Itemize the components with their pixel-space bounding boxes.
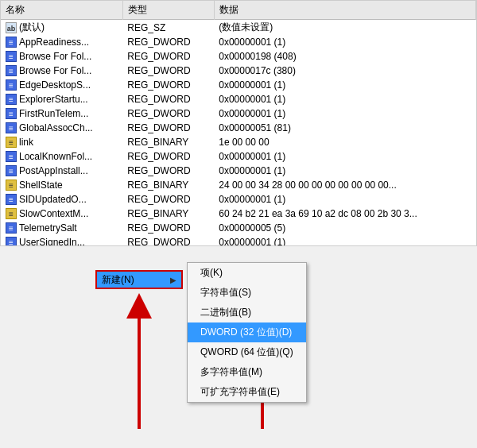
table-row[interactable]: ≡LocalKnownFol...REG_DWORD0x00000001 (1) — [1, 149, 476, 164]
row-name-cell: ≡ShellState — [1, 178, 122, 192]
new-menu-button[interactable]: 新建(N) ▶ — [95, 270, 183, 289]
row-type-cell: REG_DWORD — [122, 235, 214, 246]
row-icon: ≡ — [6, 194, 17, 205]
row-icon: ≡ — [6, 108, 17, 119]
row-name-cell: ≡EdgeDesktopS... — [1, 78, 122, 92]
row-name-cell: ≡SlowContextM... — [1, 207, 122, 221]
row-name-text: link — [19, 137, 33, 148]
table-row[interactable]: ≡UserSignedIn...REG_DWORD0x00000001 (1) — [1, 235, 476, 246]
row-data-cell: 1e 00 00 00 — [214, 135, 475, 149]
table-row[interactable]: ab(默认)REG_SZ(数值未设置) — [1, 20, 476, 36]
submenu-item[interactable]: 二进制值(B) — [188, 303, 306, 322]
submenu-item[interactable]: 项(K) — [188, 263, 306, 283]
row-type-cell: REG_DWORD — [122, 49, 214, 64]
col-header-data[interactable]: 数据 — [214, 1, 475, 20]
row-name-text: Browse For Fol... — [19, 51, 91, 62]
row-data-cell: 0x0000017c (380) — [214, 64, 475, 78]
row-data-cell: 60 24 b2 21 ea 3a 69 10 a2 dc 08 00 2b 3… — [214, 207, 475, 221]
row-icon: ab — [6, 22, 17, 33]
row-type-cell: REG_DWORD — [122, 92, 214, 106]
row-icon: ≡ — [6, 122, 17, 133]
submenu-item[interactable]: 字符串值(S) — [188, 283, 306, 303]
bottom-area: 新建(N) ▶ 项(K)字符串值(S)二进制值(B)DWORD (32 位值)(… — [0, 246, 477, 448]
row-name-cell: ≡Browse For Fol... — [1, 49, 122, 64]
row-name-text: LocalKnownFol... — [19, 151, 92, 162]
row-type-cell: REG_SZ — [122, 20, 214, 36]
registry-table-container: 名称 类型 数据 ab(默认)REG_SZ(数值未设置)≡AppReadines… — [0, 0, 477, 246]
table-body: ab(默认)REG_SZ(数值未设置)≡AppReadiness...REG_D… — [1, 20, 476, 247]
row-type-cell: REG_DWORD — [122, 106, 214, 121]
new-menu-label: 新建(N) — [102, 273, 134, 287]
row-name-text: PostAppInstall... — [19, 165, 88, 176]
row-icon: ≡ — [6, 208, 17, 219]
col-header-type[interactable]: 类型 — [122, 1, 214, 20]
row-name-cell: ≡PostAppInstall... — [1, 164, 122, 178]
row-name-text: UserSignedIn... — [19, 237, 85, 246]
row-name-text: ExplorerStartu... — [19, 94, 88, 105]
row-name-cell: ≡AppReadiness... — [1, 35, 122, 49]
row-type-cell: REG_BINARY — [122, 178, 214, 192]
row-icon: ≡ — [6, 165, 17, 176]
row-data-cell: (数值未设置) — [214, 20, 475, 36]
submenu-item[interactable]: DWORD (32 位值)(D) — [188, 322, 306, 342]
row-name-cell: ≡GlobalAssocCh... — [1, 121, 122, 135]
row-icon: ≡ — [6, 37, 17, 48]
table-row[interactable]: ≡ShellStateREG_BINARY24 00 00 34 28 00 0… — [1, 178, 476, 192]
table-row[interactable]: ≡FirstRunTelem...REG_DWORD0x00000001 (1) — [1, 106, 476, 121]
row-type-cell: REG_DWORD — [122, 78, 214, 92]
col-header-name[interactable]: 名称 — [1, 1, 122, 20]
row-type-cell: REG_DWORD — [122, 35, 214, 49]
table-row[interactable]: ≡AppReadiness...REG_DWORD0x00000001 (1) — [1, 35, 476, 49]
table-row[interactable]: ≡SlowContextM...REG_BINARY60 24 b2 21 ea… — [1, 207, 476, 221]
row-name-text: EdgeDesktopS... — [19, 79, 91, 91]
row-name-text: (默认) — [19, 21, 45, 33]
row-type-cell: REG_BINARY — [122, 135, 214, 149]
row-name-text: SIDUpdatedO... — [19, 194, 87, 205]
row-type-cell: REG_DWORD — [122, 192, 214, 207]
row-name-cell: ≡FirstRunTelem... — [1, 106, 122, 121]
row-name-text: TelemetrySalt — [19, 222, 77, 234]
row-icon: ≡ — [6, 180, 17, 191]
row-data-cell: 0x00000005 (5) — [214, 221, 475, 235]
row-data-cell: 0x00000001 (1) — [214, 35, 475, 49]
row-name-text: AppReadiness... — [19, 37, 89, 48]
table-row[interactable]: ≡GlobalAssocCh...REG_DWORD0x00000051 (81… — [1, 121, 476, 135]
submenu-item[interactable]: QWORD (64 位值)(Q) — [188, 342, 306, 362]
table-row[interactable]: ≡SIDUpdatedO...REG_DWORD0x00000001 (1) — [1, 192, 476, 207]
submenu: 项(K)字符串值(S)二进制值(B)DWORD (32 位值)(D)QWORD … — [187, 262, 307, 403]
table-row[interactable]: ≡TelemetrySaltREG_DWORD0x00000005 (5) — [1, 221, 476, 235]
submenu-item[interactable]: 多字符串值(M) — [188, 362, 306, 382]
row-icon: ≡ — [6, 222, 17, 234]
row-name-text: FirstRunTelem... — [19, 108, 88, 119]
row-type-cell: REG_DWORD — [122, 149, 214, 164]
row-data-cell: 0x00000051 (81) — [214, 121, 475, 135]
row-type-cell: REG_DWORD — [122, 164, 214, 178]
table-header-row: 名称 类型 数据 — [1, 1, 476, 20]
row-name-cell: ≡link — [1, 135, 122, 149]
row-name-cell: ≡ExplorerStartu... — [1, 92, 122, 106]
row-name-cell: ≡UserSignedIn... — [1, 235, 122, 246]
row-name-text: Browse For Fol... — [19, 65, 91, 76]
row-icon: ≡ — [6, 51, 17, 62]
new-menu-arrow: ▶ — [170, 276, 176, 284]
row-type-cell: REG_DWORD — [122, 221, 214, 235]
row-icon: ≡ — [6, 137, 17, 148]
row-type-cell: REG_BINARY — [122, 207, 214, 221]
table-row[interactable]: ≡Browse For Fol...REG_DWORD0x00000198 (4… — [1, 49, 476, 64]
row-type-cell: REG_DWORD — [122, 64, 214, 78]
table-row[interactable]: ≡ExplorerStartu...REG_DWORD0x00000001 (1… — [1, 92, 476, 106]
row-icon: ≡ — [6, 79, 17, 91]
row-data-cell: 0x00000001 (1) — [214, 164, 475, 178]
table-row[interactable]: ≡linkREG_BINARY1e 00 00 00 — [1, 135, 476, 149]
table-row[interactable]: ≡PostAppInstall...REG_DWORD0x00000001 (1… — [1, 164, 476, 178]
row-name-cell: ≡SIDUpdatedO... — [1, 192, 122, 207]
row-icon: ≡ — [6, 151, 17, 162]
row-name-cell: ≡TelemetrySalt — [1, 221, 122, 235]
table-row[interactable]: ≡Browse For Fol...REG_DWORD0x0000017c (3… — [1, 64, 476, 78]
row-name-cell: ≡LocalKnownFol... — [1, 149, 122, 164]
row-name-text: SlowContextM... — [19, 208, 88, 219]
submenu-item[interactable]: 可扩充字符串值(E) — [188, 382, 306, 402]
row-data-cell: 24 00 00 34 28 00 00 00 00 00 00 00 00..… — [214, 178, 475, 192]
table-row[interactable]: ≡EdgeDesktopS...REG_DWORD0x00000001 (1) — [1, 78, 476, 92]
row-data-cell: 0x00000001 (1) — [214, 235, 475, 246]
